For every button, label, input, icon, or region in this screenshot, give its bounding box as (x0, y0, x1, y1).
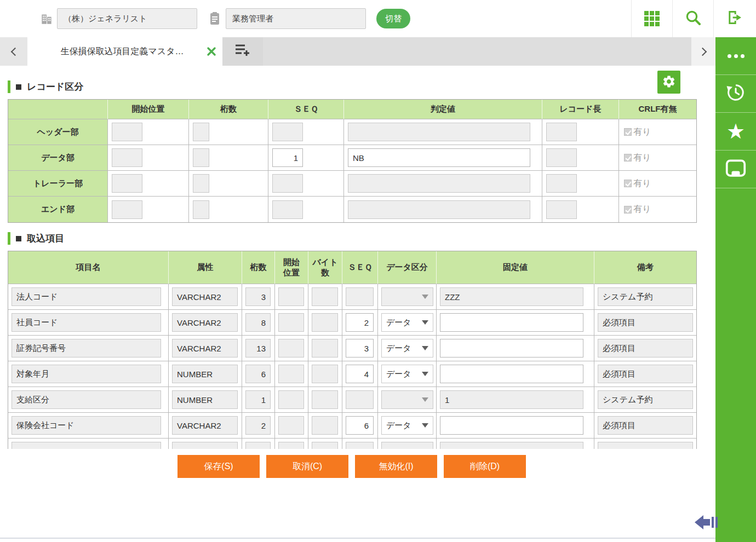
switch-button[interactable]: 切替 (376, 9, 410, 28)
col-header-kind: データ区分 (378, 251, 437, 284)
data-kind-select[interactable]: データ (381, 313, 433, 332)
favorites-button[interactable]: ★ (715, 113, 756, 151)
search-button[interactable] (672, 0, 713, 37)
data-kind-select[interactable]: データ (381, 365, 433, 383)
note-input (598, 390, 693, 409)
item-name-input (12, 442, 161, 449)
logout-icon (726, 9, 743, 28)
fixed-value-input[interactable] (440, 365, 583, 383)
seq-input[interactable] (346, 339, 374, 358)
note-input (598, 339, 693, 358)
note-input (598, 442, 693, 449)
clipboard-icon (209, 11, 220, 28)
add-tab-icon (234, 43, 251, 60)
history-button[interactable] (715, 75, 756, 113)
seq-input[interactable] (346, 416, 374, 435)
judge-value-input[interactable] (348, 148, 530, 167)
note-input (598, 287, 693, 306)
col-header-start: 開始 位置 (275, 251, 308, 284)
col-header-note: 備考 (594, 251, 696, 284)
gear-icon (662, 74, 676, 90)
start-position-input (278, 416, 304, 435)
data-kind-select[interactable]: データ (381, 339, 433, 358)
digits-input (245, 287, 271, 306)
company-field[interactable] (57, 8, 197, 29)
chevron-right-icon (698, 47, 707, 56)
seq-input[interactable] (272, 148, 303, 167)
digits-input (193, 174, 209, 193)
chevron-down-icon (422, 320, 428, 325)
seq-input (272, 123, 303, 141)
crlf-checkbox (624, 128, 632, 136)
tab-scroll-left-button[interactable] (0, 37, 27, 66)
apps-menu-button[interactable] (631, 0, 672, 37)
byte-count-input (312, 365, 338, 383)
ellipsis-icon (728, 54, 744, 58)
fixed-value-input (440, 390, 583, 409)
data-kind-select[interactable]: データ (381, 416, 433, 435)
tab-title: 生保損保取込項目定義マスタ… (27, 37, 222, 66)
settings-button[interactable] (657, 71, 680, 94)
fixed-value-input[interactable] (440, 313, 583, 332)
section-accent-bar (8, 232, 10, 245)
col-header (8, 100, 108, 119)
item-name-input (12, 287, 161, 306)
role-field[interactable] (226, 8, 366, 29)
cancel-button[interactable]: 取消(C) (266, 455, 348, 478)
seq-input[interactable] (346, 365, 374, 383)
manual-button[interactable] (715, 151, 756, 188)
section-bullet (16, 236, 21, 241)
disable-button[interactable]: 無効化(I) (355, 455, 437, 478)
save-button[interactable]: 保存(S) (177, 455, 260, 478)
digits-input (245, 365, 271, 383)
import-row (8, 387, 696, 413)
digits-input (245, 313, 271, 332)
record-length-input (546, 148, 577, 167)
judge-value-input (348, 174, 530, 193)
tab-scroll-right-button[interactable] (691, 37, 715, 66)
logout-button[interactable] (713, 0, 756, 37)
window-bottom-edge (0, 538, 715, 539)
attribute-input (172, 339, 238, 358)
crlf-label: 有り (633, 126, 651, 138)
digits-input (245, 339, 271, 358)
col-header-digits: 桁数 (189, 100, 268, 119)
byte-count-input (312, 390, 338, 409)
import-section-label: 取込項目 (27, 232, 64, 245)
byte-count-input (312, 313, 338, 332)
record-length-input (546, 200, 577, 219)
delete-button[interactable]: 削除(D) (444, 455, 526, 478)
tab-strip: 生保損保取込項目定義マスタ… (0, 37, 715, 66)
col-header-fixed: 固定値 (437, 251, 594, 284)
record-row-label: データ部 (8, 145, 108, 171)
col-header-name: 項目名 (8, 251, 169, 284)
start-position-input (278, 287, 304, 306)
more-options-button[interactable] (715, 37, 756, 75)
seq-input[interactable] (346, 313, 374, 332)
digits-input (193, 123, 209, 141)
chevron-down-icon (422, 372, 428, 376)
data-kind-value: データ (386, 343, 411, 354)
seq-input (346, 390, 374, 409)
start-position-input (278, 313, 304, 332)
collapse-sidebar-button[interactable] (694, 512, 719, 532)
record-row-label: エンド部 (8, 197, 108, 222)
tab-active[interactable]: 生保損保取込項目定義マスタ… (27, 37, 222, 66)
tab-close-icon[interactable] (207, 47, 216, 56)
fixed-value-input[interactable] (440, 339, 583, 358)
start-position-input (112, 174, 142, 193)
data-kind-select (381, 442, 433, 449)
data-kind-select (381, 287, 433, 306)
import-row: データ (8, 413, 696, 439)
digits-input (245, 390, 271, 409)
add-tab-button[interactable] (222, 37, 263, 66)
fixed-value-input[interactable] (440, 416, 583, 435)
import-row: データ (8, 361, 696, 387)
data-kind-value: データ (386, 420, 411, 431)
seq-input (346, 442, 374, 449)
crlf-checkbox (624, 206, 632, 214)
search-icon (684, 9, 702, 28)
start-position-input (278, 390, 304, 409)
apps-grid-icon (644, 11, 660, 26)
item-name-input (12, 313, 161, 332)
